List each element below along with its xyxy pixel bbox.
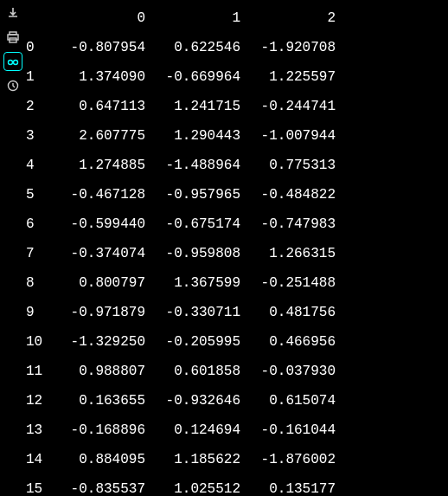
cell-value: -0.599440 [50,216,145,232]
table-row: 140.8840951.185622-1.876002 [26,445,448,474]
cell-value: 1.241715 [145,99,240,114]
download-icon[interactable] [3,3,22,23]
cell-value: -0.205995 [145,334,240,350]
row-index: 9 [26,305,50,320]
row-index: 11 [26,364,50,379]
table-row: 32.6077751.290443-1.007944 [26,121,448,151]
col-header: 1 [145,10,240,26]
cell-value: 0.647113 [50,99,145,114]
cell-value: 0.163655 [50,393,145,409]
cell-value: 1.374090 [50,69,145,85]
history-icon[interactable] [3,76,22,95]
table-row: 5-0.467128-0.957965-0.484822 [26,180,448,209]
cell-value: -1.007944 [240,128,336,144]
cell-value: -0.675174 [145,216,240,232]
cell-value: -0.037930 [240,364,336,379]
table-row: 120.163655-0.9326460.615074 [26,386,448,415]
cell-value: -0.467128 [50,187,145,203]
print-icon[interactable] [3,28,22,47]
table-row: 15-0.8355371.0255120.135177 [26,474,448,496]
row-index: 3 [26,128,50,144]
cell-value: 1.367599 [145,275,240,291]
row-index: 7 [26,246,50,261]
row-index: 0 [26,40,50,55]
cell-value: 2.607775 [50,128,145,144]
table-row: 10-1.329250-0.2059950.466956 [26,327,448,357]
cell-value: 0.800797 [50,275,145,291]
cell-value: -0.807954 [50,40,145,55]
row-index: 14 [26,452,50,467]
table-row: 9-0.971879-0.3307110.481756 [26,298,448,327]
col-header: 2 [240,10,336,26]
table-row: 80.8007971.367599-0.251488 [26,268,448,298]
table-row: 110.9888070.601858-0.037930 [26,357,448,386]
row-index: 5 [26,187,50,203]
cell-value: 1.025512 [145,481,240,496]
cell-value: 1.225597 [240,69,336,85]
cell-value: -0.168896 [50,422,145,438]
cell-value: -1.329250 [50,334,145,350]
cell-value: 0.124694 [145,422,240,438]
cell-value: 0.884095 [50,452,145,467]
table-row: 0-0.8079540.622546-1.920708 [26,33,448,62]
dataframe-output: 0 1 2 0-0.8079540.622546-1.92070811.3740… [26,0,448,496]
cell-value: -0.484822 [240,187,336,203]
svg-point-4 [14,61,18,65]
cell-value: -0.971879 [50,305,145,320]
cell-value: 1.185622 [145,452,240,467]
table-row: 41.274885-1.4889640.775313 [26,151,448,180]
row-index: 10 [26,334,50,350]
cell-value: -0.330711 [145,305,240,320]
cell-value: 0.135177 [240,481,336,496]
table-row: 6-0.599440-0.675174-0.747983 [26,209,448,239]
row-index: 6 [26,216,50,232]
cell-value: -1.920708 [240,40,336,55]
cell-value: 0.466956 [240,334,336,350]
table-header-row: 0 1 2 [26,3,448,33]
cell-value: -1.876002 [240,452,336,467]
cell-value: -0.835537 [50,481,145,496]
cell-value: 0.775313 [240,158,336,173]
cell-value: -0.244741 [240,99,336,114]
cell-value: 0.622546 [145,40,240,55]
svg-point-3 [9,61,13,65]
cell-value: 0.601858 [145,364,240,379]
row-index: 2 [26,99,50,114]
glasses-icon[interactable] [3,52,22,71]
cell-value: 1.290443 [145,128,240,144]
cell-value: -0.932646 [145,393,240,409]
row-index: 8 [26,275,50,291]
row-index: 1 [26,69,50,85]
row-index: 13 [26,422,50,438]
cell-value: -0.374074 [50,246,145,261]
cell-value: -0.251488 [240,275,336,291]
table-row: 20.6471131.241715-0.244741 [26,92,448,121]
table-row: 13-0.1688960.124694-0.161044 [26,415,448,445]
cell-value: -0.957965 [145,187,240,203]
table-row: 11.374090-0.6699641.225597 [26,62,448,92]
row-index: 12 [26,393,50,409]
cell-value: -0.161044 [240,422,336,438]
cell-value: 1.266315 [240,246,336,261]
col-header: 0 [50,10,145,26]
cell-value: -0.959808 [145,246,240,261]
row-index: 15 [26,481,50,496]
cell-value: -0.747983 [240,216,336,232]
toolbar [0,0,26,496]
cell-value: 0.988807 [50,364,145,379]
cell-value: -1.488964 [145,158,240,173]
cell-value: 0.615074 [240,393,336,409]
cell-value: 0.481756 [240,305,336,320]
row-index: 4 [26,158,50,173]
table-row: 7-0.374074-0.9598081.266315 [26,239,448,268]
cell-value: -0.669964 [145,69,240,85]
cell-value: 1.274885 [50,158,145,173]
